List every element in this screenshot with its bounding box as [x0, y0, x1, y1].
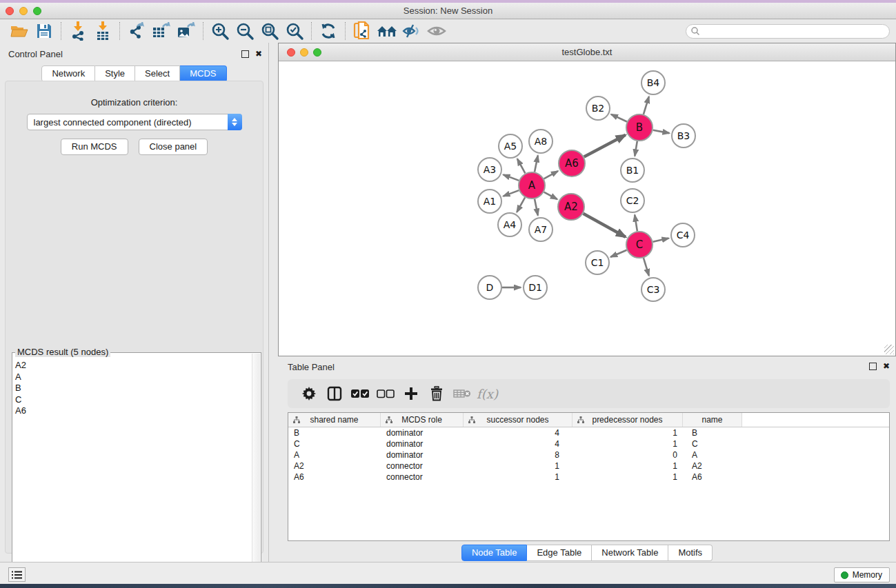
memory-button[interactable]: Memory — [834, 567, 890, 582]
table-cell[interactable]: A2 — [288, 460, 381, 472]
select-all-checkboxes-button[interactable] — [347, 383, 372, 405]
graph-edge-B-B2[interactable] — [611, 114, 627, 122]
graph-edge-A2-C[interactable] — [584, 214, 626, 237]
open-session-button[interactable] — [7, 21, 32, 41]
table-cell[interactable]: A — [288, 449, 381, 460]
table-cell[interactable]: C — [288, 438, 381, 449]
mcds-result-item[interactable]: C — [14, 394, 251, 406]
mcds-result-item[interactable]: A6 — [14, 405, 251, 417]
table-cell[interactable]: 1 — [573, 460, 683, 472]
tab-mcds[interactable]: MCDS — [180, 65, 226, 82]
show-panels-button[interactable] — [424, 21, 449, 41]
column-header-successor-nodes[interactable]: successor nodes — [464, 413, 573, 427]
table-cell[interactable]: 1 — [573, 472, 683, 483]
mcds-result-item[interactable]: A — [14, 372, 251, 383]
export-table-button[interactable] — [149, 21, 174, 41]
table-cell[interactable]: A2 — [683, 460, 742, 472]
table-cell[interactable]: connector — [381, 460, 464, 472]
session-titlebar[interactable]: Session: New Session — [0, 3, 896, 19]
table-cell[interactable]: A6 — [288, 472, 381, 483]
float-panel-button[interactable] — [239, 48, 250, 59]
table-cell[interactable]: 1 — [464, 460, 573, 472]
graph-edge-A-A6[interactable] — [544, 171, 558, 179]
criterion-dropdown[interactable]: largest connected component (directed) — [27, 114, 242, 130]
column-header-shared-name[interactable]: shared name — [288, 413, 381, 427]
zoom-out-button[interactable] — [232, 21, 257, 41]
tab-edge-table[interactable]: Edge Table — [527, 545, 592, 561]
search-field[interactable] — [686, 24, 890, 39]
refresh-button[interactable] — [316, 21, 341, 41]
close-table-panel-button[interactable]: ✖ — [881, 361, 892, 372]
table-cell[interactable]: 4 — [464, 438, 573, 449]
delete-column-button[interactable] — [424, 383, 449, 405]
graph-edge-A-A2[interactable] — [544, 192, 557, 199]
tab-select[interactable]: Select — [135, 65, 180, 82]
save-session-button[interactable] — [32, 21, 57, 41]
tab-network[interactable]: Network — [41, 65, 95, 82]
graph-edge-A-A3[interactable] — [504, 174, 519, 181]
zoom-selected-button[interactable] — [282, 21, 307, 41]
import-table-button[interactable] — [90, 21, 115, 41]
table-cell[interactable]: dominator — [381, 438, 464, 449]
graph-edge-C-C3[interactable] — [644, 258, 649, 276]
deselect-all-checkboxes-button[interactable] — [372, 383, 398, 405]
graph-edge-A-A8[interactable] — [535, 156, 538, 172]
table-cell[interactable]: C — [683, 438, 742, 449]
task-history-button[interactable] — [8, 567, 26, 582]
zoom-in-button[interactable] — [208, 21, 232, 41]
table-cell[interactable]: 0 — [573, 449, 683, 460]
add-column-button[interactable] — [398, 383, 424, 405]
network-canvas[interactable]: B4B2BB3A8A5A6A3B1AA1C2A2A4A7C4CC1C3DD1 — [279, 61, 895, 356]
table-cell[interactable]: B — [683, 427, 742, 438]
split-columns-button[interactable] — [321, 383, 347, 405]
tab-style[interactable]: Style — [95, 65, 135, 82]
tab-node-table[interactable]: Node Table — [461, 545, 528, 561]
table-row[interactable]: A2connector11A2 — [288, 460, 889, 472]
graph-edge-A-A5[interactable] — [517, 159, 525, 173]
graph-edge-B-B4[interactable] — [644, 97, 649, 114]
table-settings-button[interactable] — [296, 383, 321, 405]
graph-edge-B-B3[interactable] — [653, 130, 670, 133]
graph-edge-A-A7[interactable] — [535, 199, 538, 216]
result-scrollbar[interactable] — [252, 354, 260, 584]
column-header-name[interactable]: name — [683, 413, 742, 427]
graph-edge-C-C4[interactable] — [653, 239, 669, 242]
table-cell[interactable]: B — [288, 427, 381, 438]
tab-motifs[interactable]: Motifs — [668, 545, 713, 561]
table-cell[interactable]: 1 — [573, 438, 683, 449]
table-cell[interactable]: A6 — [683, 472, 742, 483]
table-cell[interactable]: dominator — [381, 427, 464, 438]
function-builder-button[interactable]: f(x) — [475, 383, 500, 405]
delete-table-button[interactable] — [449, 383, 475, 405]
table-row[interactable]: A6connector11A6 — [288, 472, 889, 483]
search-input[interactable] — [700, 26, 889, 37]
close-panel-button[interactable]: ✖ — [253, 48, 264, 59]
table-cell[interactable]: 8 — [464, 449, 573, 460]
import-network-button[interactable] — [66, 21, 90, 41]
table-row[interactable]: Bdominator41B — [288, 427, 889, 438]
table-cell[interactable]: connector — [381, 472, 464, 483]
hide-panels-button[interactable] — [399, 21, 424, 41]
graph-edge-C-C1[interactable] — [610, 250, 626, 257]
graph-edge-A-A4[interactable] — [517, 197, 525, 212]
table-cell[interactable]: 4 — [464, 427, 573, 438]
window-resize-grip[interactable] — [884, 345, 894, 354]
table-cell[interactable]: A — [683, 449, 742, 460]
export-network-button[interactable] — [124, 21, 149, 41]
table-cell[interactable]: 1 — [573, 427, 683, 438]
zoom-fit-button[interactable] — [257, 21, 282, 41]
mcds-result-item[interactable]: A2 — [14, 360, 251, 372]
table-row[interactable]: Adominator80A — [288, 449, 889, 460]
mcds-result-list[interactable]: A2ABCA6 — [14, 360, 251, 583]
column-header-mcds-role[interactable]: MCDS role — [381, 413, 464, 427]
export-image-button[interactable] — [174, 21, 199, 41]
network-window-titlebar[interactable]: testGlobe.txt — [279, 43, 895, 61]
graph-edge-A6-B[interactable] — [584, 135, 626, 157]
column-header-predecessor-nodes[interactable]: predecessor nodes — [573, 413, 683, 427]
close-panel-button-mcds[interactable]: Close panel — [139, 139, 208, 155]
table-row[interactable]: Cdominator41C — [288, 438, 889, 449]
table-cell[interactable]: dominator — [381, 449, 464, 460]
mcds-result-item[interactable]: B — [14, 383, 251, 394]
home-button[interactable] — [375, 21, 399, 41]
clone-network-button[interactable] — [350, 21, 375, 41]
